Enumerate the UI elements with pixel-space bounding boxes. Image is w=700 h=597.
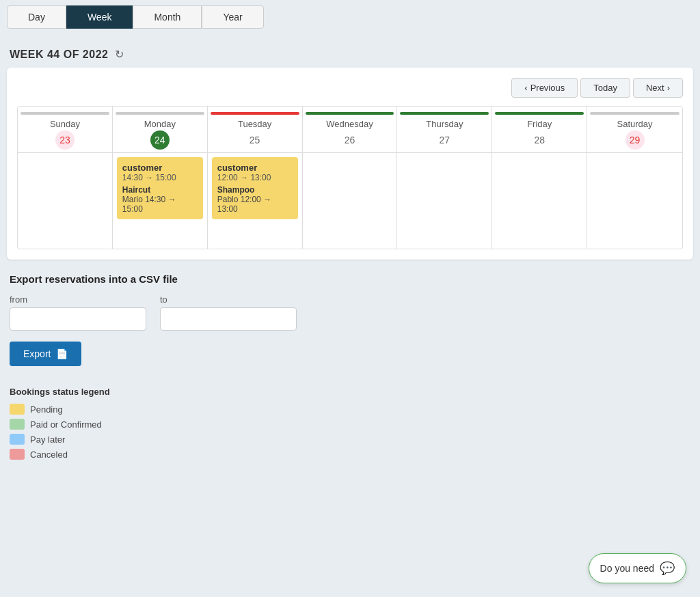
view-tabs: Day Week Month Year <box>0 0 700 34</box>
next-button[interactable]: Next › <box>633 78 683 98</box>
week-header: WEEK 44 OF 2022 ↻ <box>0 34 700 68</box>
events-tuesday: customer 12:00 → 13:00 Shampoo Pablo 12:… <box>208 153 303 249</box>
legend-canceled: Canceled <box>10 449 690 460</box>
day-header-thursday: Thursday 27 <box>397 107 492 152</box>
events-saturday <box>587 153 682 249</box>
export-fields: from to <box>10 294 690 331</box>
to-input[interactable] <box>160 307 297 331</box>
event-card-monday[interactable]: customer 14:30 → 15:00 Haircut Mario 14:… <box>117 157 203 219</box>
events-thursday <box>397 153 492 249</box>
week-title: WEEK 44 OF 2022 <box>10 48 108 61</box>
from-input[interactable] <box>10 307 146 331</box>
legend-confirmed: Paid or Confirmed <box>10 419 690 430</box>
chevron-left-icon: ‹ <box>524 83 527 93</box>
legend-pending: Pending <box>10 404 690 415</box>
export-title: Export reservations into a CSV file <box>10 273 690 285</box>
pending-label: Pending <box>30 404 63 415</box>
paylater-label: Pay later <box>30 434 65 445</box>
pending-color-swatch <box>10 404 25 415</box>
day-header-saturday: Saturday 29 <box>587 107 682 152</box>
today-button[interactable]: Today <box>580 78 630 98</box>
calendar-header-row: Sunday 23 Monday 24 Tuesday 25 Wednesday… <box>18 107 682 153</box>
legend-paylater: Pay later <box>10 434 690 445</box>
day-header-sunday: Sunday 23 <box>18 107 113 152</box>
events-wednesday <box>303 153 398 249</box>
events-sunday <box>18 153 113 249</box>
export-section: Export reservations into a CSV file from… <box>0 260 700 380</box>
paylater-color-swatch <box>10 434 25 445</box>
day-header-wednesday: Wednesday 26 <box>303 107 398 152</box>
legend-section: Bookings status legend Pending Paid or C… <box>0 380 700 477</box>
chevron-right-icon: › <box>667 83 670 93</box>
calendar-events-row: customer 14:30 → 15:00 Haircut Mario 14:… <box>18 153 682 249</box>
confirmed-color-swatch <box>10 419 25 430</box>
day-header-monday: Monday 24 <box>113 107 208 152</box>
tab-year[interactable]: Year <box>202 5 263 29</box>
tab-month[interactable]: Month <box>133 5 202 29</box>
calendar-grid: Sunday 23 Monday 24 Tuesday 25 Wednesday… <box>17 106 683 249</box>
day-header-friday: Friday 28 <box>492 107 587 152</box>
legend-title: Bookings status legend <box>10 387 690 397</box>
events-friday <box>492 153 587 249</box>
canceled-label: Canceled <box>30 449 68 460</box>
file-icon: 📄 <box>56 348 68 359</box>
calendar-nav: ‹ Previous Today Next › <box>17 78 683 98</box>
tab-day[interactable]: Day <box>7 5 66 29</box>
previous-button[interactable]: ‹ Previous <box>511 78 578 98</box>
day-header-tuesday: Tuesday 25 <box>208 107 303 152</box>
refresh-icon[interactable]: ↻ <box>115 48 124 61</box>
canceled-color-swatch <box>10 449 25 460</box>
from-label: from <box>10 294 146 305</box>
to-field-group: to <box>160 294 297 331</box>
to-label: to <box>160 294 297 305</box>
export-button[interactable]: Export 📄 <box>10 342 81 366</box>
calendar-container: ‹ Previous Today Next › Sunday 23 Monday… <box>7 68 693 260</box>
from-field-group: from <box>10 294 146 331</box>
tab-week[interactable]: Week <box>66 5 133 29</box>
event-card-tuesday[interactable]: customer 12:00 → 13:00 Shampoo Pablo 12:… <box>212 157 298 219</box>
events-monday: customer 14:30 → 15:00 Haircut Mario 14:… <box>113 153 208 249</box>
confirmed-label: Paid or Confirmed <box>30 419 102 430</box>
